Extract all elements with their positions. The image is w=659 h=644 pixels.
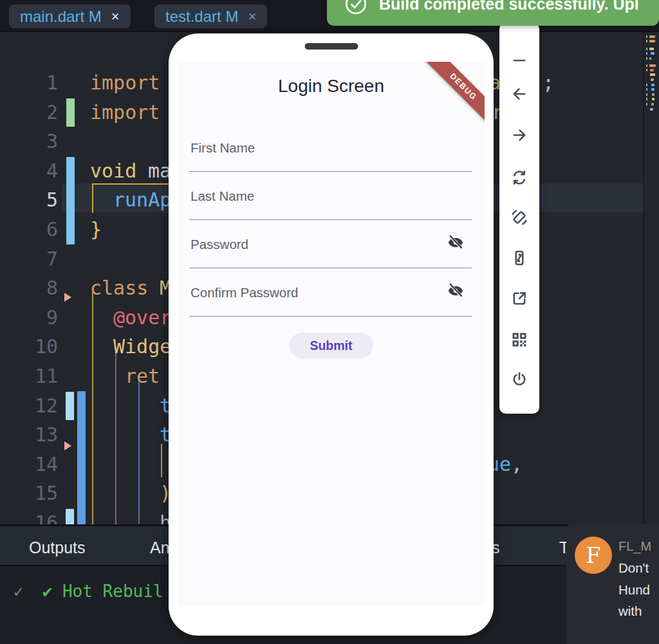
minimap: [646, 40, 647, 42]
form-field[interactable]: Password: [190, 237, 472, 282]
phone-speaker: [304, 43, 358, 50]
chat-message-line: with: [618, 603, 642, 619]
code-token: ,: [511, 450, 523, 479]
code-token: void: [90, 157, 136, 185]
minimap: [649, 35, 655, 38]
tab-label: test.dart M: [165, 8, 238, 26]
form-field[interactable]: Confirm Password: [190, 285, 472, 330]
line-number: 3: [0, 127, 58, 156]
code-token: import: [90, 69, 160, 97]
minimap: [650, 73, 655, 76]
rotate-device-button[interactable]: [508, 208, 530, 230]
gutter-change-bar: [66, 98, 75, 127]
field-underline: [189, 171, 472, 172]
line-number: 11: [0, 362, 58, 391]
power-icon: [510, 371, 528, 391]
console-line: ✓✔ Hot Rebuil: [14, 582, 163, 601]
line-number: 7: [0, 245, 58, 273]
gutter-change-bar: [66, 509, 74, 524]
minimap-divider: [643, 32, 644, 524]
line-number: 14: [0, 450, 58, 479]
minimap: [652, 98, 654, 100]
minimap: [650, 69, 654, 71]
form-field[interactable]: Last Name: [190, 189, 472, 234]
power-button[interactable]: [508, 370, 530, 392]
line-number: 16: [0, 509, 58, 524]
chat-message-line: Don't: [618, 560, 649, 576]
indent-guide: [138, 377, 140, 524]
line-number: 12: [0, 392, 58, 420]
minimap: [652, 93, 654, 96]
submit-button[interactable]: Submit: [290, 333, 373, 358]
forward-button[interactable]: [508, 125, 530, 147]
tab-main-dart[interactable]: main.dart M ×: [9, 5, 131, 28]
minimap: [650, 108, 653, 111]
forward-icon: [510, 126, 528, 147]
form-field[interactable]: First Name: [190, 140, 472, 185]
tab-test-dart[interactable]: test.dart M ×: [154, 5, 267, 28]
code-token: class: [90, 274, 148, 302]
field-label: Password: [190, 237, 248, 252]
chat-widget[interactable]: F FL_M Don't Hund with: [566, 524, 659, 644]
line-number: 8: [0, 274, 58, 302]
chat-username: FL_M: [618, 539, 651, 554]
app-screen: Login Screen DEBUG First NameLast NamePa…: [178, 62, 485, 606]
line-number: 15: [0, 479, 58, 508]
refresh-button[interactable]: [508, 168, 530, 190]
minimap: [646, 48, 647, 50]
indent-guide: [115, 347, 116, 524]
code-token: ret: [125, 362, 160, 391]
panel-tab[interactable]: An: [150, 538, 170, 557]
close-icon[interactable]: ×: [248, 10, 256, 24]
minimap: [651, 103, 654, 106]
console-message: ✔ Hot Rebuil: [42, 582, 163, 601]
minimize-icon: [510, 51, 528, 72]
back-icon: [510, 85, 528, 106]
minimap: [646, 103, 647, 106]
minimap: [649, 40, 655, 42]
resize-screen-button[interactable]: [508, 248, 530, 270]
back-button[interactable]: [508, 84, 530, 106]
minimap: [651, 88, 654, 91]
gutter-marker-icon: [64, 293, 71, 302]
bracket-guide: [92, 183, 93, 213]
minimap: [651, 78, 654, 81]
minimap: [649, 48, 654, 50]
device-toolbar: [499, 23, 539, 414]
minimap: [646, 69, 647, 71]
code-token: Widge: [113, 333, 171, 361]
line-number: 9: [0, 304, 58, 332]
ide-window: main.dart M × test.dart M × 1importda;2i…: [0, 0, 659, 644]
indent-guide: [92, 288, 93, 524]
minimap: [651, 52, 654, 55]
line-number: 10: [0, 333, 58, 361]
qr-code-button[interactable]: [508, 330, 530, 352]
qr-code-icon: [510, 331, 528, 351]
line-number: 2: [0, 98, 58, 127]
minimap: [649, 57, 651, 60]
minimap: [651, 84, 654, 86]
field-underline: [189, 268, 472, 268]
tab-label: main.dart M: [20, 8, 102, 26]
eye-off-icon[interactable]: [447, 282, 465, 300]
code-token: @over: [113, 304, 171, 332]
chat-message-line: Hund: [618, 582, 650, 598]
eye-off-icon[interactable]: [447, 234, 465, 252]
open-external-button[interactable]: [508, 289, 530, 311]
refresh-icon: [510, 169, 528, 189]
device-preview: Login Screen DEBUG First NameLast NamePa…: [169, 33, 494, 636]
code-token: ma: [148, 157, 171, 185]
panel-tab[interactable]: Outputs: [29, 538, 86, 557]
gutter-change-bar: [66, 392, 74, 420]
field-label: Confirm Password: [190, 285, 298, 300]
gutter-change-bar: [66, 157, 75, 244]
check-circle-icon: [344, 0, 368, 16]
code-token: ;: [543, 69, 554, 97]
minimize-button[interactable]: [508, 51, 530, 73]
field-label: Last Name: [190, 189, 254, 204]
gutter-marker-icon: [64, 441, 71, 450]
line-number: 6: [0, 216, 58, 244]
close-icon[interactable]: ×: [111, 10, 120, 24]
minimap: [646, 64, 647, 67]
check-icon: ✓: [14, 582, 24, 601]
